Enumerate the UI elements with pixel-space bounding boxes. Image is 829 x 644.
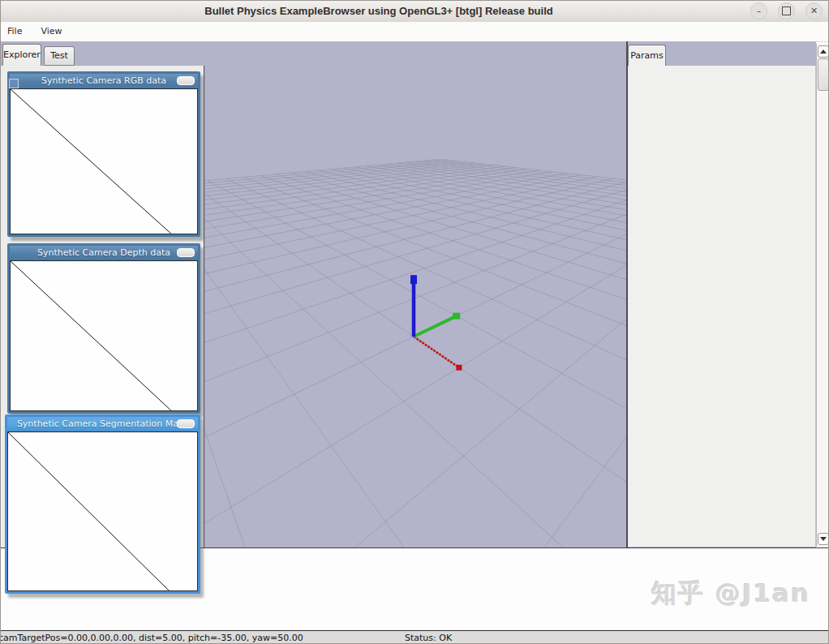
- application-window: Bullet Physics ExampleBrowser using Open…: [0, 0, 829, 644]
- camera-window-rgb-title: Synthetic Camera RGB data: [10, 75, 198, 86]
- params-scrollbar[interactable]: [816, 44, 829, 547]
- camera-window-rgb-titlebar[interactable]: Synthetic Camera RGB data: [10, 74, 198, 88]
- camera-window-segmentation[interactable]: Synthetic Camera Segmentation Mask: [5, 414, 200, 594]
- tab-explorer[interactable]: Explorer: [2, 44, 41, 66]
- status-ok-text: Status: OK: [405, 633, 452, 643]
- camera-image-placeholder: [10, 88, 198, 234]
- camera-window-depth[interactable]: Synthetic Camera Depth data: [7, 243, 200, 414]
- z-axis-cap: [410, 275, 417, 284]
- close-button[interactable]: ✕: [805, 2, 823, 19]
- viewport-right-separator: [626, 41, 628, 548]
- scroll-up-button[interactable]: [818, 45, 829, 58]
- scroll-down-button[interactable]: [818, 533, 829, 545]
- arrow-down-icon: [820, 537, 827, 541]
- camera-window-depth-titlebar[interactable]: Synthetic Camera Depth data: [10, 246, 198, 260]
- viewport-3d[interactable]: [204, 41, 627, 548]
- menu-bar: File View: [1, 22, 829, 42]
- tab-test[interactable]: Test: [44, 46, 75, 66]
- world-grid: [204, 41, 627, 548]
- camera-window-depth-title: Synthetic Camera Depth data: [10, 247, 198, 258]
- menu-item-file[interactable]: File: [1, 23, 30, 36]
- window-collapse-button[interactable]: [177, 76, 195, 85]
- camera-window-rgb[interactable]: Synthetic Camera RGB data: [7, 71, 200, 237]
- window-collapse-button[interactable]: [177, 248, 195, 257]
- camera-status-text: camTargetPos=0.00,0.00,0.00, dist=5.00, …: [0, 633, 303, 643]
- window-titlebar[interactable]: Bullet Physics ExampleBrowser using Open…: [1, 1, 829, 23]
- tab-params[interactable]: Params: [628, 45, 666, 66]
- window-title: Bullet Physics ExampleBrowser using Open…: [1, 1, 757, 22]
- scroll-thumb[interactable]: [818, 58, 829, 91]
- ghost-tree-expand-icon: [9, 79, 19, 88]
- camera-window-segmentation-title: Synthetic Camera Segmentation Mask: [7, 419, 198, 429]
- maximize-button[interactable]: [778, 2, 795, 19]
- watermark: 知乎 @J1an: [651, 577, 810, 611]
- params-page: [628, 66, 816, 547]
- maximize-icon: [782, 6, 791, 15]
- window-collapse-button[interactable]: [177, 419, 195, 428]
- menu-item-view[interactable]: View: [35, 23, 71, 36]
- y-axis-cap: [453, 313, 460, 320]
- minimize-button[interactable]: –: [750, 2, 767, 19]
- camera-image-placeholder: [10, 260, 198, 411]
- camera-image-placeholder: [7, 431, 198, 591]
- arrow-up-icon: [820, 49, 827, 54]
- camera-window-segmentation-titlebar[interactable]: Synthetic Camera Segmentation Mask: [7, 417, 198, 431]
- x-axis-cap: [456, 365, 462, 371]
- status-bar: camTargetPos=0.00,0.00,0.00, dist=5.00, …: [1, 630, 829, 644]
